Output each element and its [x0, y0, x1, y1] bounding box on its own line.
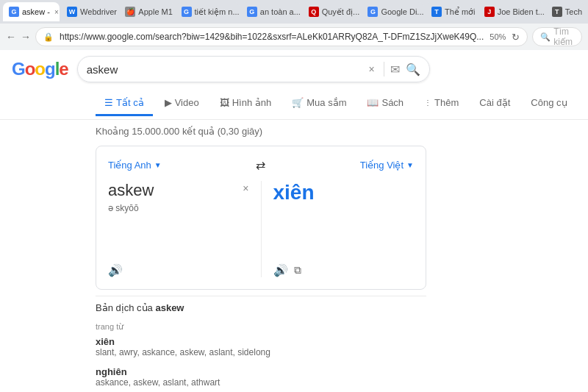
- zoom-level: 50%: [490, 32, 506, 41]
- target-audio-row: 🔊 ⧉: [273, 257, 415, 277]
- page-content: Google askew × ✉ 🔍 ☰ Tất cả ▶ Video 🖼 Hì…: [0, 50, 588, 392]
- back-button[interactable]: ←: [6, 28, 16, 46]
- google-header: Google askew × ✉ 🔍: [0, 50, 588, 88]
- source-spacer: [108, 219, 249, 249]
- trans-word-xien: xiên: [96, 336, 426, 347]
- tab-books-label: Sách: [381, 97, 404, 108]
- trans-word-nghien: nghiên: [96, 366, 426, 377]
- tab-video-label: Video: [175, 97, 199, 108]
- image-icon: 🖼: [220, 97, 229, 108]
- tab-settings-label: Cài đặt: [479, 97, 510, 108]
- clear-source-button[interactable]: ×: [243, 182, 248, 194]
- tab-tiet-kiem[interactable]: G tiết kiệm n...: [176, 2, 240, 21]
- source-audio-button[interactable]: 🔊: [108, 263, 123, 277]
- lock-icon: 🔒: [43, 32, 54, 42]
- shopping-icon: 🛒: [292, 97, 304, 108]
- trans-entry-xien: xiên slant, awry, askance, askew, aslant…: [96, 336, 426, 357]
- all-icon: ☰: [104, 97, 113, 108]
- target-audio-button[interactable]: 🔊: [273, 263, 288, 277]
- translation-panels: askew ə skyōō × 🔊 xiên 🔊 ⧉: [108, 181, 414, 277]
- tab-webdriver-label: Webdriver: [80, 7, 117, 16]
- tab-tech-label: Tech: [565, 7, 582, 16]
- tab-askew-label: askew -: [22, 7, 50, 16]
- translation-heading-prefix: Bản dịch của: [96, 302, 155, 313]
- url-bar[interactable]: 🔒 https://www.google.com/search?biw=1429…: [35, 27, 528, 46]
- target-audio-right: 🔊 ⧉: [273, 263, 301, 277]
- copy-button[interactable]: ⧉: [294, 264, 301, 277]
- google-logo: Google: [12, 59, 68, 79]
- tab-an-toan[interactable]: G an toàn a...: [241, 2, 301, 21]
- source-lang-arrow: ▼: [154, 161, 162, 169]
- tab-video[interactable]: ▶ Video: [156, 91, 208, 116]
- tab-quyet-dinh-label: Quyết đị...: [322, 7, 360, 17]
- video-icon: ▶: [165, 97, 172, 108]
- tab-google-di[interactable]: G Google Di...: [362, 2, 424, 21]
- lang-selector: Tiếng Anh ▼ ⇄ Tiếng Việt ▼: [108, 158, 414, 172]
- tab-more-label: Thêm: [434, 97, 459, 108]
- tab-settings[interactable]: Cài đặt: [470, 91, 519, 116]
- tab-an-toan-label: an toàn a...: [260, 7, 301, 16]
- tab-apple[interactable]: 🍎 Apple M1: [119, 2, 173, 21]
- tab-webdriver[interactable]: W Webdriver: [61, 2, 118, 21]
- source-word: askew: [108, 181, 249, 200]
- forward-button[interactable]: →: [21, 28, 31, 46]
- tab-all[interactable]: ☰ Tất cả: [96, 91, 153, 116]
- tab-books[interactable]: 📖 Sách: [358, 91, 412, 116]
- tab-the-moi-label: Thể mới: [445, 7, 476, 17]
- books-icon: 📖: [367, 97, 379, 108]
- translation-card: Tiếng Anh ▼ ⇄ Tiếng Việt ▼ askew ə skyōō…: [96, 146, 426, 290]
- results-info: Khoảng 15.000.000 kết quả (0,30 giây): [0, 120, 588, 143]
- source-audio-row: 🔊: [108, 257, 249, 277]
- target-lang-label: Tiếng Việt: [360, 160, 404, 171]
- search-divider: [384, 62, 384, 76]
- tab-more[interactable]: ⋮ Thêm: [415, 91, 467, 116]
- target-panel: xiên 🔊 ⧉: [262, 181, 415, 277]
- target-word: xiên: [273, 181, 415, 204]
- more-dots-icon: ⋮: [424, 99, 431, 107]
- translation-heading-word: askew: [155, 302, 184, 313]
- trans-entry-nghien: nghiên askance, askew, aslant, athwart: [96, 366, 426, 388]
- tab-tools[interactable]: Công cụ: [522, 91, 576, 116]
- source-panel: askew ə skyōō × 🔊: [108, 181, 262, 277]
- tab-images-label: Hình ảnh: [232, 97, 272, 108]
- url-text: https://www.google.com/search?biw=1429&b…: [60, 32, 484, 42]
- source-lang-label: Tiếng Anh: [108, 160, 151, 171]
- search-icon: 🔍: [540, 32, 551, 42]
- tab-apple-label: Apple M1: [138, 7, 172, 16]
- search-tabs: ☰ Tất cả ▶ Video 🖼 Hình ảnh 🛒 Mua sắm 📖 …: [0, 88, 588, 120]
- address-bar: ← → 🔒 https://www.google.com/search?biw=…: [0, 24, 588, 50]
- search-submit-icon[interactable]: 🔍: [406, 63, 420, 76]
- tab-all-label: Tất cả: [116, 97, 144, 108]
- reload-button[interactable]: ↻: [512, 32, 520, 43]
- target-lang-selector[interactable]: Tiếng Việt ▼: [360, 160, 414, 171]
- trans-synonyms-nghien: askance, askew, aslant, athwart: [96, 377, 426, 388]
- search-input: askew: [87, 63, 363, 76]
- translation-heading: Bản dịch của askew: [96, 296, 426, 316]
- tab-joe-biden-label: Joe Biden t...: [498, 7, 545, 16]
- translation-details: Bản dịch của askew trang từ xiên slant, …: [96, 296, 426, 392]
- tab-tools-label: Công cụ: [531, 97, 567, 108]
- tab-tech[interactable]: T Tech: [546, 2, 585, 21]
- source-phonetic: ə skyōō: [108, 203, 249, 213]
- target-spacer: [273, 204, 415, 249]
- browser-search-bar[interactable]: 🔍 Tìm kiếm: [532, 27, 582, 46]
- tab-shopping[interactable]: 🛒 Mua sắm: [283, 91, 355, 116]
- trans-synonyms-xien: slant, awry, askance, askew, aslant, sid…: [96, 347, 426, 357]
- search-clear-button[interactable]: ×: [369, 63, 375, 75]
- email-icon: ✉: [390, 63, 400, 76]
- search-box[interactable]: askew × ✉ 🔍: [77, 56, 430, 82]
- target-lang-arrow: ▼: [406, 161, 414, 169]
- tab-tiet-kiem-label: tiết kiệm n...: [195, 7, 240, 17]
- tab-askew[interactable]: G askew - ×: [3, 2, 60, 21]
- tab-google-di-label: Google Di...: [381, 7, 423, 16]
- tab-askew-close[interactable]: ×: [54, 8, 59, 16]
- tab-quyet-dinh[interactable]: Q Quyết đị...: [303, 2, 361, 21]
- tab-images[interactable]: 🖼 Hình ảnh: [211, 91, 281, 116]
- lang-swap-button[interactable]: ⇄: [256, 158, 265, 172]
- tab-shopping-label: Mua sắm: [306, 97, 346, 108]
- source-lang-selector[interactable]: Tiếng Anh ▼: [108, 160, 162, 171]
- tab-joe-biden[interactable]: J Joe Biden t...: [478, 2, 545, 21]
- results-count-text: Khoảng 15.000.000 kết quả (0,30 giây): [96, 126, 262, 137]
- tab-the-moi[interactable]: T Thể mới: [426, 2, 477, 21]
- browser-search-placeholder: Tìm kiếm: [553, 26, 574, 47]
